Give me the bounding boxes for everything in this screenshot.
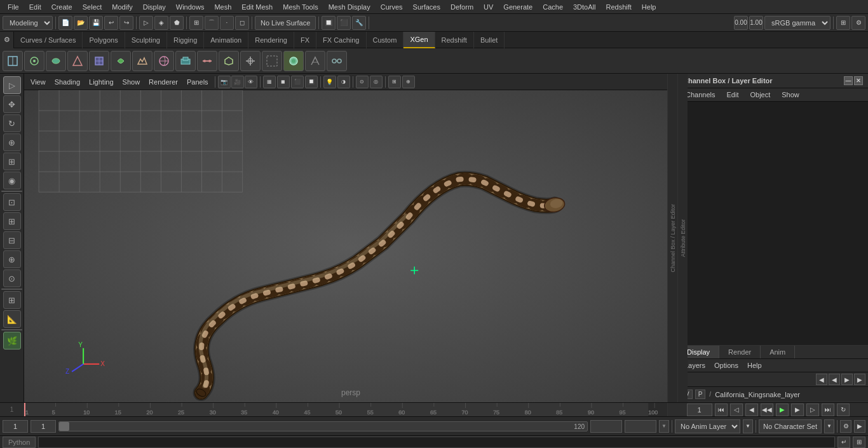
shelf-tab-sculpting[interactable]: Sculpting [125, 32, 167, 48]
shelf-icon-8[interactable] [154, 51, 174, 71]
shelf-icon-16[interactable] [327, 51, 347, 71]
menu-3dtall[interactable]: 3DtoAll [568, 2, 600, 12]
menu-file[interactable]: File [3, 2, 24, 12]
shelf-tab-xgen[interactable]: XGen [403, 32, 435, 48]
vp-menu-show[interactable]: Show [119, 77, 144, 87]
cmd-enter-btn[interactable]: ↵ [837, 437, 850, 448]
anim-end-display[interactable]: 120 [590, 420, 622, 433]
paint-btn[interactable]: ⬟ [170, 16, 184, 30]
menu-select[interactable]: Select [78, 2, 107, 12]
undo-btn[interactable]: ↩ [104, 16, 118, 30]
vp-textured-btn[interactable]: 🔲 [305, 76, 318, 88]
open-scene-btn[interactable]: 📂 [74, 16, 88, 30]
layer-next-btn[interactable]: ▶ [841, 374, 853, 385]
menu-modify[interactable]: Modify [107, 2, 137, 12]
vp-isolate-btn[interactable]: ⊙ [356, 76, 369, 88]
lasso-btn[interactable]: ◈ [154, 16, 168, 30]
vp-menu-panels[interactable]: Panels [183, 77, 212, 87]
menu-display[interactable]: Display [138, 2, 171, 12]
vp-grid-btn[interactable]: ⊞ [388, 76, 401, 88]
edit-menu[interactable]: Edit [721, 90, 743, 100]
step-back-btn[interactable]: ◀ [745, 404, 758, 416]
timeline-ruler[interactable]: 1 5 10 15 20 25 30 35 40 45 50 55 60 65 … [24, 403, 667, 416]
shelf-tab-custom[interactable]: Custom [367, 32, 404, 48]
layer-prev-btn[interactable]: ◀ [816, 374, 827, 385]
menu-mesh[interactable]: Mesh [209, 2, 236, 12]
shelf-icon-15[interactable] [305, 51, 325, 71]
python-label[interactable]: Python [3, 437, 36, 448]
frame-value-input[interactable] [31, 420, 56, 433]
menu-create[interactable]: Create [46, 2, 78, 12]
play-back-btn[interactable]: ◀◀ [761, 404, 773, 416]
vp-menu-lighting[interactable]: Lighting [85, 77, 118, 87]
vp-shadow-btn[interactable]: ◑ [337, 76, 350, 88]
vp-wireframe-btn[interactable]: ▦ [263, 76, 276, 88]
layer-row[interactable]: V P / California_Kingsnake_layer [678, 387, 868, 402]
panel-minimize-btn[interactable]: — [844, 76, 853, 85]
menu-meshdisplay[interactable]: Mesh Display [323, 2, 376, 12]
render-btn[interactable]: 🔲 [322, 16, 336, 30]
menu-edit[interactable]: Edit [24, 2, 46, 12]
vp-menu-renderer[interactable]: Renderer [145, 77, 182, 87]
shelf-icon-11[interactable] [219, 51, 239, 71]
grid-toggle[interactable]: ⊞ [3, 291, 21, 309]
object-menu[interactable]: Object [745, 90, 775, 100]
menu-uv[interactable]: UV [478, 2, 498, 12]
menu-windows[interactable]: Windows [171, 2, 210, 12]
show-menu[interactable]: Show [776, 90, 804, 100]
shelf-icon-7[interactable] [132, 51, 153, 71]
shelf-icon-10[interactable] [197, 51, 217, 71]
color-space-selector[interactable]: sRGB gamma [764, 16, 831, 30]
vp-smooth-btn[interactable]: ◼ [277, 76, 290, 88]
shelf-tab-bullet[interactable]: Bullet [474, 32, 505, 48]
layer-p-btn[interactable]: P [695, 390, 706, 399]
workspace-selector[interactable]: Modeling [3, 16, 53, 30]
menu-redshift[interactable]: Redshift [600, 2, 636, 12]
anim-layer-settings-btn[interactable]: ▼ [743, 419, 753, 433]
no-live-surface-btn[interactable]: No Live Surface [255, 16, 316, 30]
parent-btn[interactable]: ⊕ [3, 250, 21, 268]
multi-tool[interactable]: ⊞ [3, 153, 21, 170]
shelf-tab-polygons[interactable]: Polygons [83, 32, 125, 48]
frame-start-input[interactable] [3, 420, 28, 433]
snap-together-btn[interactable]: ⊙ [3, 269, 21, 287]
menu-curves[interactable]: Curves [376, 2, 408, 12]
menu-meshtools[interactable]: Mesh Tools [278, 2, 323, 12]
timeline-slider[interactable]: 120 [58, 421, 588, 431]
vp-menu-view[interactable]: View [27, 77, 50, 87]
script-expand-btn[interactable]: ⊞ [853, 437, 865, 448]
step-fwd-btn[interactable]: ▶ [791, 404, 804, 416]
anim-range-arrow[interactable]: ▼ [659, 420, 669, 433]
xgen-icon[interactable]: 🌿 [3, 332, 21, 350]
ungroup-btn[interactable]: ⊟ [3, 231, 21, 249]
attribute-editor-tab[interactable]: Channel Box / Layer Editor [667, 74, 677, 402]
menu-surfaces[interactable]: Surfaces [408, 2, 445, 12]
step-fwd-key-btn[interactable]: ▷ [806, 404, 819, 416]
shelf-icon-12[interactable] [240, 51, 261, 71]
shelf-tab-fx[interactable]: FX [294, 32, 316, 48]
settings-btn[interactable]: ⚙ [851, 16, 865, 30]
playback-settings-btn[interactable]: ⚙ [840, 420, 851, 433]
show-hide-btn[interactable]: ⊡ [3, 193, 21, 211]
shelf-tab-animation[interactable]: Animation [204, 32, 248, 48]
goto-start-btn[interactable]: ⏮ [715, 404, 728, 416]
save-scene-btn[interactable]: 💾 [89, 16, 103, 30]
shelf-tab-fx-caching[interactable]: FX Caching [316, 32, 366, 48]
shelf-tab-curves[interactable]: Curves / Surfaces [14, 32, 83, 48]
menu-deform[interactable]: Deform [445, 2, 478, 12]
shelf-tab-rendering[interactable]: Rendering [248, 32, 294, 48]
char-set-settings-btn[interactable]: ▼ [824, 419, 834, 433]
ipr-btn[interactable]: ⬛ [337, 16, 351, 30]
shelf-tab-redshift[interactable]: Redshift [435, 32, 474, 48]
loop-btn[interactable]: ↻ [837, 404, 850, 416]
options-menu[interactable]: Options [710, 360, 742, 370]
menu-editmesh[interactable]: Edit Mesh [236, 2, 278, 12]
snap-point-btn[interactable]: · [220, 16, 234, 30]
timeline[interactable]: 1 1 5 10 15 20 25 30 35 40 45 50 55 60 [0, 402, 868, 416]
shelf-tab-rigging[interactable]: Rigging [167, 32, 204, 48]
attribute-editor-side-tab[interactable]: Attribute Editor [677, 74, 688, 402]
group-btn[interactable]: ⊞ [3, 212, 21, 230]
menu-generate[interactable]: Generate [498, 2, 538, 12]
vp-camera-btn[interactable]: 📷 [218, 76, 231, 88]
vp-solid-btn[interactable]: ⬛ [291, 76, 304, 88]
